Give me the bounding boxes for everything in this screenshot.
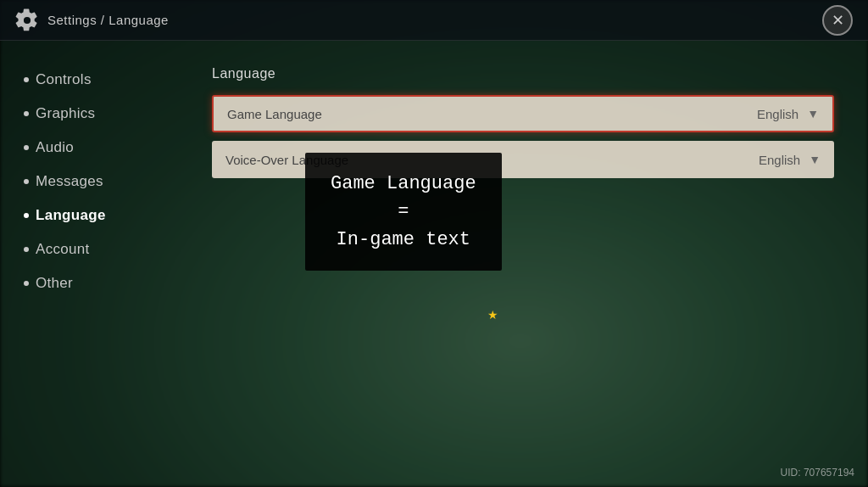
gear-icon: [15, 8, 39, 32]
sidebar-item-audio[interactable]: Audio: [17, 134, 161, 161]
content-area: Language Game Language English ▼ Voice-O…: [178, 41, 868, 487]
sidebar-item-account[interactable]: Account: [17, 236, 161, 263]
uid-watermark: UID: 707657194: [781, 467, 854, 479]
title-bar: Settings / Language ✕: [0, 0, 868, 41]
game-language-row[interactable]: Game Language English ▼: [212, 95, 834, 132]
sidebar-label-audio: Audio: [36, 139, 74, 156]
sidebar-item-messages[interactable]: Messages: [17, 168, 161, 195]
sidebar-dot: [24, 281, 29, 286]
sidebar-item-language[interactable]: Language: [17, 202, 161, 229]
info-tooltip: Game Language = In-game text: [305, 153, 502, 271]
sidebar-dot: [24, 179, 29, 184]
section-title: Language: [212, 66, 834, 81]
sidebar-item-controls[interactable]: Controls: [17, 66, 161, 93]
sidebar-item-other[interactable]: Other: [17, 270, 161, 297]
sidebar-dot-active: [24, 213, 29, 218]
sidebar-label-graphics: Graphics: [36, 105, 95, 122]
voice-over-language-dropdown-arrow[interactable]: ▼: [809, 153, 821, 166]
sidebar-label-account: Account: [36, 241, 90, 258]
close-button[interactable]: ✕: [822, 5, 853, 36]
game-language-dropdown-arrow[interactable]: ▼: [807, 107, 819, 120]
sidebar-label-other: Other: [36, 275, 73, 292]
voice-over-language-value: English: [759, 153, 800, 167]
game-language-label: Game Language: [227, 107, 757, 121]
game-language-value: English: [757, 107, 798, 121]
sidebar-dot: [24, 77, 29, 82]
sidebar-dot: [24, 247, 29, 252]
sidebar-label-language: Language: [36, 207, 106, 224]
title-left: Settings / Language: [15, 8, 169, 32]
page-title: Settings / Language: [47, 13, 169, 27]
info-line2: =: [331, 198, 476, 226]
sidebar-label-messages: Messages: [36, 173, 103, 190]
sidebar-item-graphics[interactable]: Graphics: [17, 100, 161, 127]
yellow-star-icon: ★: [487, 308, 498, 322]
info-line1: Game Language: [331, 170, 476, 198]
sidebar-dot: [24, 145, 29, 150]
info-line3: In-game text: [331, 226, 476, 254]
sidebar: Controls Graphics Audio Messages Languag…: [0, 41, 178, 487]
sidebar-label-controls: Controls: [36, 71, 92, 88]
sidebar-dot: [24, 111, 29, 116]
